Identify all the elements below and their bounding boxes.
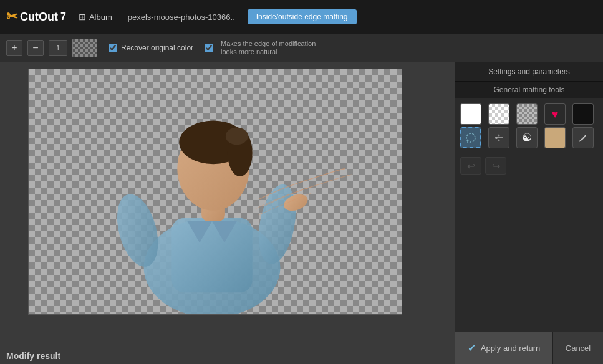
subject-figure [29,69,402,314]
tool-black-bg[interactable] [572,103,594,125]
tool-lasso[interactable] [460,127,481,148]
svg-point-8 [226,128,248,145]
redo-button[interactable]: ↪ [485,157,506,175]
svg-point-16 [498,140,500,141]
canvas-bottom-text: Modify result [6,351,60,361]
zoom-in-button[interactable]: + [6,40,22,56]
undo-redo-row: ↩ ↪ [455,153,603,178]
active-tool-badge: Inside/outside edge matting [248,9,357,24]
panel-spacer [455,178,603,332]
canvas-area: Modify result [0,62,455,364]
natural-edge-checkbox[interactable] [205,44,213,52]
natural-line2: looks more natural [221,48,277,55]
cancel-button[interactable]: Cancel [553,332,603,364]
tool-yin-yang[interactable]: ☯ [516,127,538,148]
logo-number: 7 [60,11,66,22]
tools-grid: ♥ ☯ [455,98,603,153]
toolbar-row: + − 1 Recover original color Makes the e… [0,34,603,62]
album-section[interactable]: ⊞ Album [79,12,112,22]
album-label: Album [89,12,112,22]
logo-text: CutOut [20,11,58,24]
recover-color-group: Recover original color [109,44,193,52]
natural-edge-label: Makes the edge of modification looks mor… [221,40,316,56]
tool-white-bg[interactable] [460,103,481,125]
preview-box [72,39,97,57]
panel-tools-header: General matting tools [455,82,603,98]
top-bar: ✂ CutOut 7 ⊞ Album pexels-moose-photos-1… [0,0,603,34]
panel-settings-header: Settings and parameters [455,62,603,82]
natural-line1: Makes the edge of modification [221,40,316,47]
app-logo: ✂ CutOut 7 [6,9,66,25]
album-icon: ⊞ [79,12,86,22]
canvas-image [28,69,402,315]
tool-brush[interactable] [488,127,509,148]
tool-tan[interactable] [544,127,566,148]
apply-return-button[interactable]: ✔ Apply and return [455,332,553,364]
tool-checker-light[interactable] [488,103,509,125]
apply-return-label: Apply and return [481,343,540,353]
checkmark-icon: ✔ [468,342,476,354]
svg-point-12 [467,141,468,143]
action-buttons: ✔ Apply and return Cancel [455,332,603,364]
checker-background [29,69,402,314]
svg-rect-1 [171,218,252,292]
zoom-out-button[interactable]: − [27,40,44,56]
svg-point-15 [498,135,500,136]
main-layout: Modify result Settings and parameters Ge… [0,62,603,364]
logo-icon: ✂ [6,9,17,25]
undo-button[interactable]: ↩ [460,157,481,175]
cancel-label: Cancel [566,343,591,353]
file-name: pexels-moose-photos-10366.. [128,12,235,22]
svg-point-11 [467,140,469,141]
zoom-level-display: 1 [49,40,67,56]
tool-checker-dark[interactable] [516,103,538,125]
recover-color-checkbox[interactable] [109,44,117,52]
recover-color-label: Recover original color [121,44,193,52]
right-panel: Settings and parameters General matting … [455,62,603,364]
tool-heart[interactable]: ♥ [544,103,566,125]
natural-edge-group: Makes the edge of modification looks mor… [205,40,316,56]
svg-point-13 [495,136,498,139]
tool-feather[interactable] [572,127,594,148]
